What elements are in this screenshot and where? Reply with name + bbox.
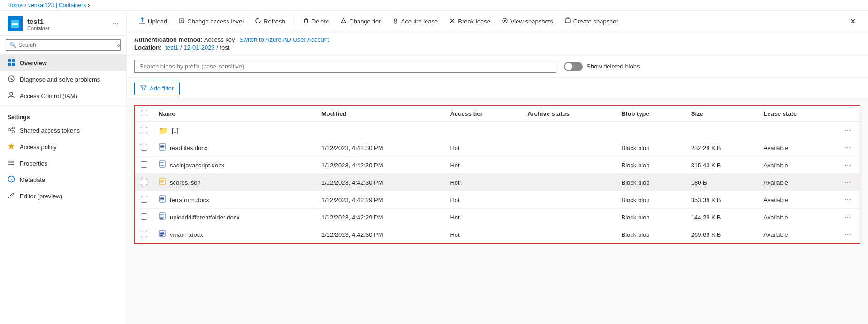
sidebar-more-button[interactable]: ···	[113, 20, 119, 28]
table-row: 📁 [..] ···	[135, 122, 860, 139]
nav-divider	[0, 106, 126, 106]
sidebar-search-input[interactable]	[6, 39, 121, 51]
row-checkbox[interactable]	[141, 144, 147, 151]
sidebar-item-editor[interactable]: Editor (preview)	[0, 188, 126, 204]
row-more-button[interactable]: ···	[842, 177, 854, 188]
sidebar-item-iam[interactable]: Access Control (IAM)	[0, 88, 126, 104]
toolbar: Upload Change access level	[127, 11, 868, 32]
row-more-button[interactable]: ···	[842, 229, 854, 240]
doc-file-icon	[159, 195, 166, 204]
row-name-cell: sasinjavascript.docx	[153, 157, 316, 174]
row-more-button[interactable]: ···	[842, 195, 854, 205]
folder-icon: 📁	[159, 126, 168, 135]
show-deleted-toggle[interactable]	[564, 62, 583, 71]
auth-row: Authentication method: Access key Switch…	[134, 36, 860, 43]
upload-icon	[139, 17, 145, 25]
row-more-button[interactable]: ···	[842, 143, 854, 153]
svg-rect-16	[8, 163, 14, 164]
refresh-button[interactable]: Refresh	[250, 15, 290, 28]
file-name[interactable]: uploaddifferentfolder.docx	[170, 214, 240, 221]
row-modified-cell: 1/12/2023, 4:42:30 PM	[316, 157, 444, 174]
row-more-button[interactable]: ···	[842, 212, 854, 222]
row-checkbox[interactable]	[141, 179, 147, 185]
change-tier-button[interactable]: Change tier	[335, 15, 385, 28]
break-lease-button[interactable]: Break lease	[444, 15, 495, 28]
row-modified-cell	[316, 122, 444, 139]
svg-rect-17	[8, 164, 14, 165]
location-test1[interactable]: test1	[165, 44, 178, 51]
change-access-label: Change access level	[187, 18, 244, 25]
row-checkbox[interactable]	[141, 213, 147, 220]
iam-icon	[8, 91, 15, 100]
delete-button[interactable]: Delete	[298, 15, 334, 28]
switch-account-link[interactable]: Switch to Azure AD User Account	[239, 36, 329, 43]
json-file-icon	[159, 178, 166, 187]
create-snapshot-label: Create snapshot	[573, 18, 618, 25]
file-name[interactable]: scores.json	[170, 179, 201, 186]
acquire-lease-button[interactable]: Acquire lease	[388, 15, 443, 28]
change-access-button[interactable]: Change access level	[174, 15, 248, 28]
row-checkbox[interactable]	[141, 196, 147, 203]
row-blob-type-cell: Block blob	[616, 157, 685, 174]
svg-rect-2	[12, 24, 18, 25]
toggle-container: Show deleted blobs	[564, 62, 640, 71]
row-lease-state-cell: Available	[758, 139, 836, 157]
add-filter-button[interactable]: Add filter	[134, 82, 180, 95]
file-name[interactable]: vmarm.docx	[170, 231, 203, 238]
row-checkbox[interactable]	[141, 161, 147, 168]
row-checkbox[interactable]	[141, 231, 147, 237]
sidebar-item-diagnose[interactable]: Diagnose and solve problems	[0, 71, 126, 88]
auth-label: Authentication method:	[134, 36, 203, 43]
diagnose-icon	[8, 75, 15, 84]
row-checkbox-cell	[135, 226, 153, 244]
location-date[interactable]: 12-01-2023	[183, 44, 215, 51]
row-lease-state-cell: Available	[758, 209, 836, 226]
sidebar-search-icon: 🔍	[9, 42, 16, 48]
row-name-cell: scores.json	[153, 174, 316, 191]
file-name[interactable]: [..]	[172, 127, 178, 134]
row-name-cell: 📁 [..]	[153, 122, 316, 139]
row-checkbox-cell	[135, 174, 153, 191]
delete-icon	[303, 17, 309, 25]
svg-marker-14	[8, 143, 15, 150]
sidebar-item-access-policy[interactable]: Access policy	[0, 139, 126, 155]
col-name: Name	[153, 105, 316, 122]
row-access-tier-cell: Hot	[444, 209, 522, 226]
table-row: uploaddifferentfolder.docx 1/12/2023, 4:…	[135, 209, 860, 226]
filter-bar: Add filter	[127, 78, 868, 99]
breadcrumb-containers[interactable]: venkat123 | Containers	[28, 2, 86, 8]
row-blob-type-cell: Block blob	[616, 139, 685, 157]
view-snapshots-button[interactable]: View snapshots	[497, 15, 558, 28]
create-snapshot-button[interactable]: Create snapshot	[560, 15, 623, 28]
blob-search-input[interactable]	[134, 60, 556, 73]
auth-value: Access key	[204, 36, 235, 43]
row-checkbox[interactable]	[141, 127, 147, 133]
sidebar-item-metadata[interactable]: i Metadata	[0, 172, 126, 188]
sidebar-item-properties[interactable]: Properties	[0, 155, 126, 172]
table-row: scores.json 1/12/2023, 4:42:30 PM Hot Bl…	[135, 174, 860, 191]
row-more-button[interactable]: ···	[842, 125, 854, 136]
file-name[interactable]: sasinjavascript.docx	[170, 162, 224, 169]
breadcrumb-home[interactable]: Home	[8, 2, 23, 8]
row-size-cell: 282.28 KiB	[685, 139, 758, 157]
row-more-button[interactable]: ···	[842, 160, 854, 170]
search-bar: Show deleted blobs	[127, 55, 868, 78]
sidebar-collapse-button[interactable]: «	[117, 41, 121, 49]
svg-rect-4	[12, 59, 15, 62]
settings-section-title: Settings	[0, 108, 126, 122]
row-modified-cell: 1/12/2023, 4:42:29 PM	[316, 209, 444, 226]
svg-point-10	[12, 127, 15, 129]
file-name[interactable]: terraform.docx	[170, 196, 209, 203]
toolbar-divider-1	[294, 16, 294, 27]
sidebar-item-overview[interactable]: Overview	[0, 55, 126, 71]
col-blob-type: Blob type	[616, 105, 685, 122]
info-bar: Authentication method: Access key Switch…	[127, 32, 868, 55]
close-button[interactable]: ✕	[845, 15, 860, 28]
select-all-checkbox[interactable]	[141, 110, 147, 116]
row-access-tier-cell	[444, 122, 522, 139]
row-archive-status-cell	[522, 209, 616, 226]
sidebar-item-shared-access[interactable]: Shared access tokens	[0, 122, 126, 139]
iam-label: Access Control (IAM)	[20, 92, 77, 99]
upload-button[interactable]: Upload	[134, 15, 172, 28]
file-name[interactable]: readfiles.docx	[170, 144, 207, 151]
